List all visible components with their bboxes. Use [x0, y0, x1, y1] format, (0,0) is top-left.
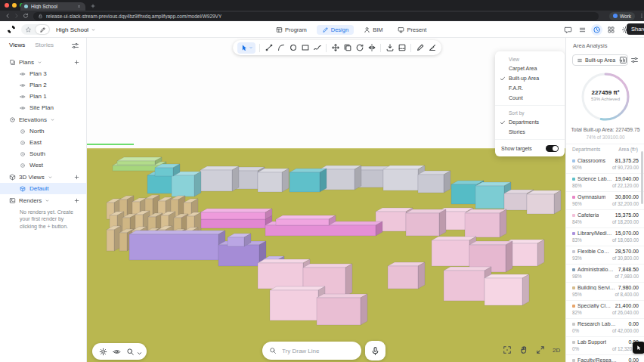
sidebar-item-east[interactable]: East — [0, 137, 86, 148]
department-color-dot — [572, 178, 575, 181]
sidebar-item-default[interactable]: Default — [0, 183, 86, 194]
browser-tab[interactable]: High School — [20, 2, 85, 11]
circle-tool[interactable] — [288, 43, 298, 53]
import-tool[interactable] — [385, 43, 395, 53]
workspace-nav: ProgramDesignBIMPresent — [271, 23, 432, 36]
nav-tab-label: Program — [285, 26, 307, 33]
department-color-dot — [572, 305, 575, 308]
auto-mode-button[interactable] — [21, 24, 35, 35]
select-tool[interactable] — [237, 42, 255, 54]
sidebar-tab-views[interactable]: Views — [9, 42, 25, 48]
sidebar-tab-stories[interactable]: Stories — [35, 42, 54, 48]
department-row[interactable]: Faculty/Researc...0.000%of 20,160.00 — [566, 355, 644, 362]
voice-command-button[interactable] — [365, 341, 385, 360]
menu-option-count[interactable]: Count — [495, 93, 565, 103]
back-button[interactable] — [5, 13, 11, 19]
nav-tab-label: BIM — [373, 26, 382, 33]
department-row[interactable]: Library/Media C...15,070.0083%of 18,060.… — [566, 228, 644, 246]
nav-tab-present[interactable]: Present — [392, 25, 432, 35]
section-tool[interactable] — [397, 43, 407, 53]
nav-tab-bim[interactable]: BIM — [358, 25, 388, 35]
duplicate-tool[interactable] — [342, 43, 352, 53]
sidebar-item-south[interactable]: South — [0, 148, 86, 159]
freehand-tool[interactable] — [312, 43, 322, 53]
site-info-icon[interactable] — [38, 14, 43, 19]
department-row[interactable]: Research Labora...0.000%of 42,000.00 — [566, 319, 644, 337]
share-button[interactable]: Share — [627, 23, 644, 35]
app-logo-icon[interactable] — [7, 25, 16, 34]
department-row[interactable]: Administration ...7,848.5098%of 7,980.00 — [566, 265, 644, 283]
department-row[interactable]: Specialty Class...21,400.0082%of 26,040.… — [566, 301, 644, 319]
sidebar-item-site-plan[interactable]: Site Plan — [0, 102, 86, 113]
history-icon[interactable] — [591, 24, 602, 36]
menu-option-departments[interactable]: Departments — [495, 117, 565, 127]
nav-tab-design[interactable]: Design — [317, 25, 354, 35]
show-targets-toggle[interactable] — [546, 145, 559, 152]
nav-tab-program[interactable]: Program — [271, 25, 312, 35]
browser-profile-chip[interactable]: Work — [609, 12, 635, 20]
top-right-actions — [562, 23, 631, 36]
apps-icon[interactable] — [605, 24, 617, 36]
left-sidebar: ViewsStories PlansPlan 3Plan 2Plan 1Site… — [0, 38, 87, 362]
panel-scrollbar[interactable] — [641, 151, 643, 204]
minimize-window-button[interactable] — [12, 3, 17, 8]
browser-menu-icon[interactable] — [639, 13, 644, 19]
department-row[interactable]: Flexible Common...28,570.0093%of 30,800.… — [566, 246, 644, 265]
section-header-plans[interactable]: Plans — [0, 56, 86, 68]
sidebar-item-plan-2[interactable]: Plan 2 — [0, 79, 86, 91]
sidebar-item-west[interactable]: West — [0, 159, 86, 171]
arc-tool[interactable] — [276, 43, 286, 53]
floating-assistant-widget[interactable] — [633, 342, 644, 354]
fullscreen-icon[interactable] — [536, 345, 545, 354]
panel-settings-icon[interactable] — [630, 56, 639, 64]
fit-view-icon[interactable] — [503, 345, 512, 354]
command-search-input[interactable] — [280, 347, 355, 355]
sidebar-item-plan-3[interactable]: Plan 3 — [0, 68, 86, 79]
sidebar-item-plan-1[interactable]: Plan 1 — [0, 91, 86, 102]
project-name-menu[interactable]: High School — [56, 21, 96, 38]
add-3d-views-icon[interactable] — [73, 174, 80, 181]
add-renders-icon[interactable] — [73, 197, 80, 204]
environment-icon[interactable] — [99, 348, 107, 356]
edit-mode-button[interactable] — [36, 25, 49, 34]
menu-option-f-a-r-[interactable]: F.A.R. — [495, 83, 565, 93]
pencil-tool[interactable] — [415, 43, 425, 53]
department-row[interactable]: Building Servic...7,980.0095%of 8,400.00 — [566, 283, 644, 301]
reload-button[interactable] — [23, 13, 29, 19]
2d-mode-button[interactable]: 2D — [553, 347, 560, 354]
3d-scene[interactable] — [87, 38, 565, 362]
department-row[interactable]: Gymnasium30,800.0096%of 32,200.00 — [566, 192, 644, 210]
tab-close-icon[interactable] — [76, 4, 82, 9]
list-icon[interactable] — [577, 24, 588, 36]
chart-view-icon[interactable] — [619, 56, 627, 64]
add-plans-icon[interactable] — [73, 59, 80, 66]
rotate-tool[interactable] — [355, 43, 364, 53]
rectangle-tool[interactable] — [300, 43, 310, 53]
department-target: of 8,400.00 — [615, 292, 639, 297]
department-row[interactable]: Classrooms81,375.2590%of 90,720.00 — [566, 156, 644, 174]
measure-tool[interactable] — [427, 43, 437, 53]
visibility-icon[interactable] — [113, 348, 121, 356]
forward-button[interactable] — [14, 13, 20, 19]
section-header-renders[interactable]: Renders — [0, 194, 86, 206]
address-bar[interactable]: release-ui-slack-stream-previous.dqy4bz9… — [33, 12, 599, 20]
section-header-elevations[interactable]: Elevations — [0, 113, 86, 125]
pan-hand-icon[interactable] — [519, 345, 528, 354]
menu-option-built-up-area[interactable]: Built-up Area — [495, 73, 565, 83]
viewport[interactable]: ViewCarpet AreaBuilt-up AreaF.A.R.CountS… — [87, 38, 565, 362]
department-row[interactable]: Cafeteria15,375.0084%of 18,200.00 — [566, 210, 644, 228]
new-tab-button[interactable] — [90, 3, 96, 9]
line-tool[interactable] — [264, 43, 274, 53]
mirror-tool[interactable] — [367, 43, 376, 53]
close-window-button[interactable] — [5, 3, 9, 8]
zoom-tool-menu[interactable] — [126, 348, 140, 356]
sidebar-filter-icon[interactable] — [71, 42, 79, 50]
drawing-toolbar — [233, 40, 441, 55]
section-header-3d-views[interactable]: 3D Views — [0, 171, 86, 183]
department-row[interactable]: Science Laborat...19,040.0086%of 22,120.… — [566, 174, 644, 192]
menu-option-stories[interactable]: Stories — [495, 127, 565, 137]
sidebar-item-north[interactable]: North — [0, 125, 86, 137]
move-tool[interactable] — [330, 43, 340, 53]
comment-icon[interactable] — [562, 24, 574, 36]
menu-option-carpet-area[interactable]: Carpet Area — [495, 63, 565, 73]
